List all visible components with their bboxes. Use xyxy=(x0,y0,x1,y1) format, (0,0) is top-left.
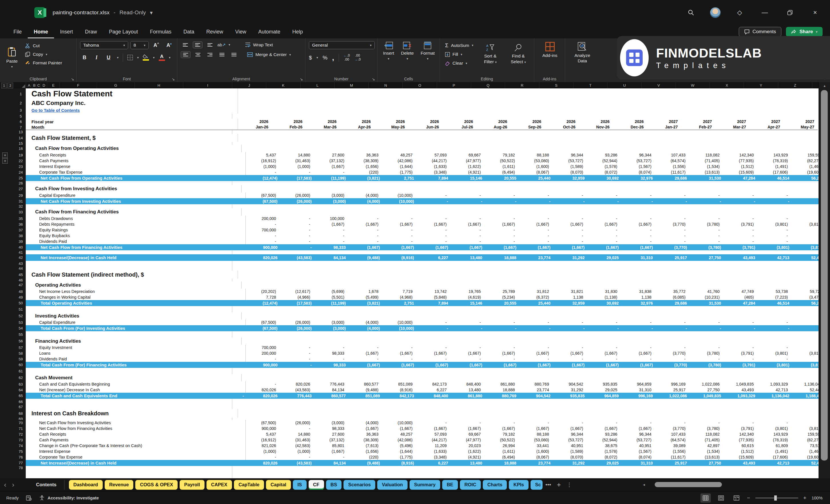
data-cell[interactable]: - xyxy=(280,227,314,233)
data-cell[interactable]: 2026 xyxy=(511,119,545,124)
row-number[interactable]: 48 xyxy=(16,289,26,294)
row-label-cell[interactable]: Cash Receipts xyxy=(26,152,246,158)
data-cell[interactable]: 2026 xyxy=(477,119,511,124)
data-cell[interactable]: 776,443 xyxy=(314,381,348,387)
empty-data-span[interactable] xyxy=(232,279,525,281)
data-cell[interactable]: (11,199) xyxy=(315,300,349,306)
data-cell[interactable]: - xyxy=(518,233,552,239)
data-cell[interactable]: - xyxy=(791,345,819,350)
data-cell[interactable]: 31,530 xyxy=(691,300,725,306)
data-cell[interactable]: (1,667) xyxy=(348,350,382,356)
data-cell[interactable]: (1,667) xyxy=(552,350,586,356)
data-cell[interactable]: (26,000) xyxy=(280,420,314,426)
row-number[interactable]: 78 xyxy=(16,466,26,469)
data-cell[interactable]: - xyxy=(450,216,484,221)
zoom-in-button[interactable]: + xyxy=(803,495,806,501)
data-cell[interactable]: 93,286 xyxy=(586,431,620,437)
menu-tab-home[interactable]: Home xyxy=(28,25,54,38)
data-cell[interactable]: 861,880 xyxy=(452,393,486,399)
bold-button[interactable]: B xyxy=(80,54,89,61)
data-cell[interactable]: (1,622) xyxy=(450,448,484,454)
data-cell[interactable]: 84,134 xyxy=(315,254,349,261)
zoom-slider[interactable] xyxy=(755,498,798,498)
scroll-up-icon[interactable]: ▴ xyxy=(819,82,830,89)
sheet-tab-kpis[interactable]: KPIs xyxy=(509,480,529,490)
data-cell[interactable]: - xyxy=(280,454,314,460)
empty-data-span[interactable] xyxy=(238,409,528,418)
data-cell[interactable]: (31,463) xyxy=(280,158,314,164)
data-cell[interactable]: - xyxy=(757,345,791,350)
data-cell[interactable]: - xyxy=(723,420,757,426)
data-cell[interactable]: (1,667) xyxy=(349,362,383,368)
data-cell[interactable]: (8,072) xyxy=(586,454,620,460)
data-cell[interactable]: - xyxy=(552,216,586,221)
sheet-tab-payroll[interactable]: Payroll xyxy=(180,480,204,490)
row-label-cell[interactable]: Go to Table of Contents xyxy=(26,107,238,114)
data-cell[interactable]: 23,774 xyxy=(520,460,554,466)
data-cell[interactable]: 820,026 xyxy=(247,460,281,466)
font-family-select[interactable]: Tahoma▾ xyxy=(80,41,128,49)
data-cell[interactable]: - xyxy=(484,356,518,362)
data-cell[interactable]: 964,859 xyxy=(588,393,622,399)
data-cell[interactable]: - xyxy=(382,239,416,244)
data-cell[interactable]: - xyxy=(620,345,655,350)
data-cell[interactable]: - xyxy=(655,227,689,233)
data-cell[interactable]: 47,749 xyxy=(723,289,757,294)
data-cell[interactable]: 42,897 xyxy=(689,443,723,448)
data-cell[interactable]: - xyxy=(552,192,586,198)
data-cell[interactable]: 52,442 xyxy=(791,387,819,393)
data-cell[interactable]: 31,292 xyxy=(554,254,588,261)
data-cell[interactable]: - xyxy=(689,216,723,221)
data-cell[interactable]: - xyxy=(314,233,348,239)
data-cell[interactable]: 57,093 xyxy=(416,152,450,158)
data-cell[interactable]: - xyxy=(417,198,451,204)
data-cell[interactable]: - xyxy=(757,216,791,221)
row-label-cell[interactable]: Cash Flow from Operating Activities xyxy=(26,145,242,152)
row-number[interactable]: 59 xyxy=(16,356,26,362)
data-cell[interactable]: - xyxy=(622,325,656,331)
data-cell[interactable]: 142,340 xyxy=(723,431,757,437)
row-number[interactable]: 29 xyxy=(16,192,26,198)
column-header-Z[interactable]: Z xyxy=(778,82,812,88)
column-header-D[interactable]: D xyxy=(41,82,47,88)
data-cell[interactable]: 25,917 xyxy=(657,460,691,466)
data-cell[interactable]: - xyxy=(450,192,484,198)
row-label-cell[interactable]: Total Cash and Cash Equivalents End- xyxy=(26,393,247,399)
data-cell[interactable]: (1,667) xyxy=(586,221,620,227)
column-header-U[interactable]: U xyxy=(607,82,641,88)
data-cell[interactable]: - xyxy=(620,319,655,325)
data-cell[interactable]: 52,442 xyxy=(793,460,819,466)
data-cell[interactable]: (4,000) xyxy=(349,325,383,331)
data-cell[interactable]: 2026 xyxy=(408,119,442,124)
data-cell[interactable]: 42,713 xyxy=(759,254,793,261)
data-cell[interactable]: 31,830 xyxy=(586,289,620,294)
data-cell[interactable]: - xyxy=(518,239,552,244)
data-cell[interactable]: 29,025 xyxy=(588,460,622,466)
data-cell[interactable]: 2027 xyxy=(784,119,818,124)
row-number[interactable]: 50 xyxy=(16,300,26,306)
data-cell[interactable]: 20,555 xyxy=(486,300,520,306)
gem-icon[interactable]: ◇ xyxy=(733,6,746,19)
empty-data-span[interactable] xyxy=(242,281,530,289)
data-cell[interactable]: (3,801) xyxy=(757,350,791,356)
data-cell[interactable]: (82,270) xyxy=(791,158,819,164)
data-cell[interactable]: - xyxy=(657,198,691,204)
data-cell[interactable]: (1,000) xyxy=(246,164,280,169)
data-cell[interactable]: (1,644) xyxy=(382,448,416,454)
row-label-cell[interactable]: Cash Flow from Financing Activities xyxy=(26,208,242,216)
share-button[interactable]: Share ▾ xyxy=(786,27,823,37)
data-cell[interactable]: - xyxy=(246,454,280,460)
data-cell[interactable]: 159,595 xyxy=(791,431,819,437)
data-cell[interactable]: - xyxy=(281,244,315,250)
row-number[interactable]: 71 xyxy=(16,426,26,431)
data-cell[interactable]: 848,400 xyxy=(450,381,484,387)
data-cell[interactable]: (3,770) xyxy=(657,244,691,250)
data-cell[interactable]: 31,292 xyxy=(552,387,586,393)
data-cell[interactable]: (4,968) xyxy=(382,294,416,300)
data-cell[interactable]: 96,344 xyxy=(620,431,655,437)
data-cell[interactable]: 2026 xyxy=(374,119,408,124)
row-number[interactable]: 14 xyxy=(16,134,26,142)
data-cell[interactable]: 820,026 xyxy=(247,254,281,261)
data-cell[interactable]: (1,667) xyxy=(450,221,484,227)
data-cell[interactable]: (53,727) xyxy=(552,158,586,164)
